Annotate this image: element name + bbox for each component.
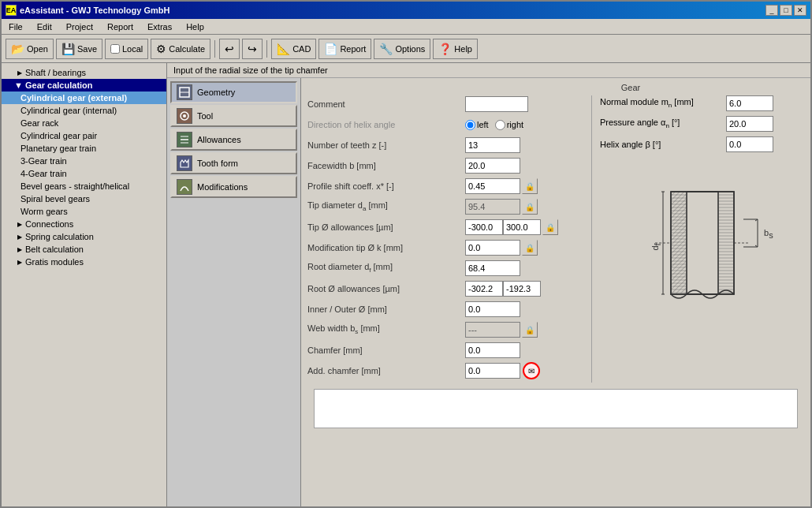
sidebar-item-3gear[interactable]: 3-Gear train (2, 155, 166, 167)
rootdia-label: Root diameter df [mm] (307, 262, 465, 274)
modtip-input[interactable] (465, 240, 520, 256)
app-icon: EA (6, 5, 17, 16)
radio-left[interactable] (465, 120, 475, 130)
comment-row: Comment (307, 95, 583, 113)
radio-left-label: left (465, 120, 489, 130)
save-button[interactable]: 💾 Save (56, 39, 102, 59)
sidebar-group-spring[interactable]: ▶ Spring calculation (2, 230, 166, 243)
open-button[interactable]: 📂 Open (6, 39, 54, 59)
webwidth-lock-button[interactable]: 🔒 (522, 322, 538, 338)
tipallow-max[interactable] (503, 219, 541, 235)
gear-group-content: Cylindrical gear (external) Cylindrical … (2, 92, 166, 218)
right-radio-label: right (507, 120, 523, 129)
helix-input[interactable] (726, 136, 773, 152)
sidebar-item-cyl-ext[interactable]: Cylindrical gear (external) (2, 92, 166, 104)
close-button[interactable]: ✕ (794, 5, 806, 16)
facewidth-input[interactable] (465, 158, 520, 174)
sidebar-group-gear[interactable]: ▼ Gear calculation (2, 79, 166, 92)
direction-label: Direction of helix angle (307, 120, 465, 129)
module-label: Normal module mn [mm] (600, 97, 726, 109)
sidebar-item-4gear[interactable]: 4-Gear train (2, 167, 166, 180)
minimize-button[interactable]: _ (765, 5, 778, 16)
nav-geometry-button[interactable]: Geometry (170, 81, 297, 103)
tipallow-label: Tip Ø allowances [µm] (307, 222, 465, 232)
modtip-lock-button[interactable]: 🔒 (522, 240, 538, 256)
chamfer-input[interactable] (465, 342, 520, 358)
maximize-button[interactable]: □ (780, 5, 792, 16)
help-icon: ❓ (438, 43, 452, 55)
open-icon: 📂 (11, 43, 24, 55)
sidebar-group-belt[interactable]: ▶ Belt calculation (2, 243, 166, 256)
rootdia-row: Root diameter df [mm] (307, 260, 583, 277)
modtip-label: Modification tip Ø k [mm] (307, 243, 465, 252)
menu-project[interactable]: Project (62, 21, 97, 32)
sidebar-item-cyl-int[interactable]: Cylindrical gear (internal) (2, 104, 166, 117)
webwidth-input[interactable] (465, 322, 520, 338)
sidebar-item-worm[interactable]: Worm gears (2, 205, 166, 218)
menu-report[interactable]: Report (103, 21, 137, 32)
redo-button[interactable]: ↪ (242, 39, 263, 59)
rootallow-min[interactable] (465, 281, 503, 297)
teeth-input[interactable] (465, 137, 520, 153)
menu-extras[interactable]: Extras (143, 21, 176, 32)
tipallow-row: Tip Ø allowances [µm] 🔒 (307, 219, 583, 236)
tipdia-input[interactable] (465, 199, 520, 215)
sidebar-item-cyl-pair[interactable]: Cylindrical gear pair (2, 129, 166, 142)
cad-button[interactable]: 📐 CAD (271, 39, 316, 59)
calculate-button[interactable]: ⚙ Calculate (151, 39, 210, 59)
addchamfer-button[interactable]: ✉ (523, 362, 540, 379)
tipdia-lock-button[interactable]: 🔒 (522, 199, 538, 215)
options-button[interactable]: 🔧 Options (374, 39, 430, 59)
tipallow-lock-button[interactable]: 🔒 (542, 219, 558, 235)
tipallow-min[interactable] (465, 219, 503, 235)
rootallow-max[interactable] (503, 281, 541, 297)
modifications-icon (177, 179, 192, 195)
profile-input[interactable] (465, 178, 520, 194)
report-button[interactable]: 📄 Report (318, 39, 371, 59)
comment-input[interactable] (465, 96, 528, 112)
undo-button[interactable]: ↩ (219, 39, 240, 59)
cad-label: CAD (292, 44, 311, 54)
profile-lock-button[interactable]: 🔒 (522, 178, 538, 194)
nav-allowances-button[interactable]: Allowances (170, 129, 297, 151)
nav-modifications-button[interactable]: Modifications (170, 176, 297, 198)
chamfer-row: Chamfer [mm] (307, 342, 583, 359)
nav-tooth-form-button[interactable]: Tooth form (170, 152, 297, 174)
menu-help[interactable]: Help (182, 21, 208, 32)
addchamfer-input[interactable] (465, 363, 520, 379)
chamfer-label: Chamfer [mm] (307, 346, 465, 355)
local-button[interactable]: Local (105, 39, 148, 59)
left-form-column: Comment Direction of helix angle left (307, 95, 583, 383)
menu-file[interactable]: File (5, 21, 27, 32)
module-input[interactable] (726, 95, 773, 111)
toolbar: 📂 Open 💾 Save Local ⚙ Calculate ↩ ↪ 📐 CA… (2, 35, 810, 63)
svg-point-3 (183, 114, 186, 118)
gear-arrow: ▼ (14, 80, 23, 90)
tipdia-label: Tip diameter da [mm] (307, 200, 465, 212)
redo-icon: ↪ (248, 43, 257, 55)
help-button[interactable]: ❓ Help (433, 39, 478, 59)
sidebar-item-bevel[interactable]: Bevel gears - straight/helical (2, 180, 166, 192)
sidebar-item-planetary[interactable]: Planetary gear train (2, 142, 166, 155)
modtip-row: Modification tip Ø k [mm] 🔒 (307, 239, 583, 256)
allowances-icon (177, 132, 192, 148)
shaft-label: Shaft / bearings (25, 68, 86, 77)
nav-tool-button[interactable]: Tool (170, 105, 297, 127)
pressure-input[interactable] (726, 116, 773, 132)
tooth-form-icon (177, 155, 192, 171)
sidebar-group-gratis[interactable]: ▶ Gratis modules (2, 256, 166, 268)
menu-edit[interactable]: Edit (33, 21, 56, 32)
title-bar-left: EA eAssistant - GWJ Technology GmbH (6, 5, 170, 16)
gear-panel: Geometry Tool Allowances (167, 78, 810, 506)
rootdia-input[interactable] (465, 260, 520, 276)
sidebar-group-connections[interactable]: ▶ Connections (2, 218, 166, 230)
addchamfer-label: Add. chamfer [mm] (307, 366, 465, 375)
innerouter-input[interactable] (465, 301, 520, 317)
sidebar-item-spiral[interactable]: Spiral bevel gears (2, 192, 166, 205)
radio-right[interactable] (495, 120, 505, 130)
content-wrapper: Input of the radial size of the tip cham… (167, 63, 810, 506)
sidebar-group-shaft[interactable]: ▶ Shaft / bearings (2, 66, 166, 79)
sidebar-item-gear-rack[interactable]: Gear rack (2, 117, 166, 129)
innerouter-row: Inner / Outer Ø [mm] (307, 301, 583, 318)
local-checkbox[interactable] (110, 44, 120, 54)
